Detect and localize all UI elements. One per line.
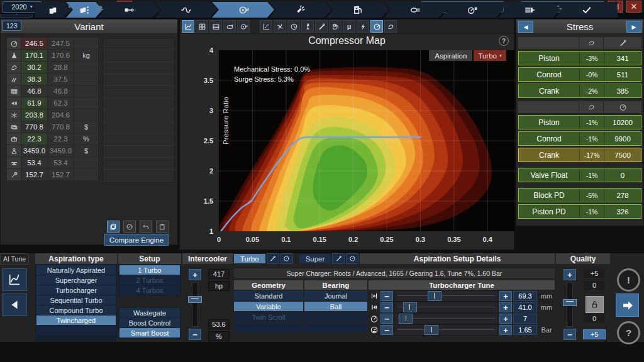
intercooler-plus-button[interactable]: + — [189, 269, 201, 280]
list-item-ball[interactable]: Ball — [304, 302, 367, 311]
help-icon[interactable]: ? — [499, 36, 509, 46]
super-tools-button[interactable] — [332, 253, 345, 264]
tab-super[interactable]: Super — [299, 254, 331, 263]
nav-step-exhaust[interactable] — [384, 2, 446, 18]
super-dial-button[interactable] — [346, 253, 358, 264]
compressor-plus-button[interactable]: + — [499, 291, 512, 301]
toolbar-mu-button[interactable]: μ — [343, 20, 355, 33]
stress-row-block-pd[interactable]: Block PD -5% 278 — [518, 188, 641, 202]
stress-row-crank-rpm[interactable]: Crank -17% 7500 — [518, 148, 641, 162]
list-item-standard[interactable]: Standard — [234, 291, 303, 300]
list-item-wastegate[interactable]: Wastegate — [119, 308, 180, 317]
help-button[interactable]: ? — [617, 321, 640, 344]
toolbar-fuel-pump-button[interactable] — [329, 20, 341, 33]
toolbar-tools-button[interactable] — [315, 20, 328, 33]
toolbar-economy-button[interactable] — [384, 20, 397, 33]
list-item-2-turbos[interactable]: 2 Turbos — [119, 275, 180, 285]
toolbar-line-chart-button[interactable] — [182, 20, 194, 33]
list-item-variable[interactable]: Variable — [234, 302, 303, 311]
list-item-4-turbos[interactable]: 4 Turbos — [119, 285, 180, 295]
slider-handle[interactable] — [403, 302, 417, 312]
stress-row-piston-rpm[interactable]: Piston -1% 10200 — [518, 115, 641, 129]
list-item-journal[interactable]: Journal — [304, 291, 367, 300]
warnings-button[interactable]: ! — [617, 268, 640, 292]
next-step-button[interactable] — [616, 293, 639, 317]
intercooler-slider[interactable] — [192, 282, 198, 327]
toolbar-clock-button[interactable] — [287, 20, 300, 33]
list-item-boost-control[interactable]: Boost Control — [119, 318, 180, 327]
slider-handle[interactable] — [428, 291, 441, 301]
boost-limit-slider[interactable] — [394, 324, 498, 336]
list-item-smart-boost[interactable]: Smart Boost — [119, 328, 180, 337]
turbine-plus-button[interactable]: + — [499, 302, 512, 312]
next-page-button[interactable]: ▶ — [626, 21, 641, 33]
ar-ratio-minus-button[interactable]: − — [380, 314, 393, 324]
ai-tune-graph-button[interactable] — [2, 268, 27, 291]
toolbar-rpm-gauge-button[interactable] — [370, 20, 383, 33]
stress-row-crank[interactable]: Crank -2% 385 — [518, 84, 641, 98]
toolbar-turbo-button[interactable] — [237, 20, 250, 33]
nav-step-fuel-spray[interactable] — [269, 2, 331, 18]
turbo-dial-button[interactable] — [280, 253, 293, 264]
quality-minus-button[interactable]: − — [564, 329, 576, 340]
prev-page-button[interactable]: ◀ — [518, 21, 533, 33]
numbers-toggle-button[interactable]: 123 — [3, 21, 21, 31]
list-item-turbocharger[interactable]: Turbocharger — [36, 285, 116, 295]
compare-engine-button[interactable]: Compare Engine — [104, 234, 169, 246]
boost-minus-button[interactable]: − — [380, 325, 393, 335]
aspiration-dropdown[interactable]: Turbo ▾ — [474, 50, 506, 61]
stress-row-piston-pd[interactable]: Piston PD -1% 326 — [518, 204, 641, 219]
turbo-tools-button[interactable] — [267, 253, 279, 264]
discard-button[interactable] — [123, 221, 136, 233]
quality-plus-button[interactable]: + — [564, 269, 576, 280]
toolbar-table-view-button[interactable] — [209, 20, 222, 33]
list-item-sequential-turbo[interactable]: Sequential Turbo — [36, 295, 116, 305]
nav-step-engine[interactable] — [35, 2, 71, 18]
stress-row-conrod[interactable]: Conrod -0% 511 — [518, 67, 641, 82]
compressor-minus-button[interactable]: − — [380, 291, 393, 301]
boost-plus-button[interactable]: + — [499, 325, 512, 335]
stress-row-piston[interactable]: Piston -3% 341 — [518, 51, 641, 65]
nav-step-check[interactable] — [555, 2, 618, 18]
list-item-1-turbo[interactable]: 1 Turbo — [119, 265, 180, 275]
stress-row-valve-float[interactable]: Valve Float -1% 0 — [518, 168, 641, 182]
nav-step-dyno[interactable] — [498, 2, 560, 18]
toolbar-quad-view-button[interactable] — [196, 20, 208, 33]
turbine-minus-button[interactable]: − — [380, 302, 393, 312]
toolbar-scatter-button[interactable] — [260, 20, 272, 33]
list-item-supercharger[interactable]: Supercharger — [36, 275, 116, 285]
quality-lock-button[interactable] — [586, 296, 604, 313]
nav-step-fuel-pump[interactable] — [326, 2, 389, 18]
back-button[interactable] — [2, 293, 27, 316]
car-icon[interactable] — [161, 21, 174, 31]
quality-max-value2: +5 — [583, 329, 606, 339]
turbine-size-slider[interactable] — [394, 302, 498, 313]
toolbar-fan-button[interactable] — [274, 20, 286, 33]
list-item-compound-turbo[interactable]: Compound Turbo — [36, 305, 116, 315]
nav-step-test-gauge[interactable] — [441, 2, 503, 18]
toolbar-spark-button[interactable] — [357, 20, 369, 33]
slider-handle[interactable] — [399, 314, 413, 324]
nav-step-crankshaft[interactable] — [155, 2, 217, 18]
ar-ratio-slider[interactable] — [394, 313, 498, 324]
slider-handle[interactable] — [425, 325, 438, 335]
slider-handle[interactable] — [188, 296, 202, 303]
close-button[interactable]: ✕ — [626, 1, 641, 13]
list-item-twincharged[interactable]: Twincharged — [36, 315, 116, 325]
clipboard-button[interactable] — [156, 221, 169, 233]
toolbar-dyno-loop-button[interactable] — [223, 20, 236, 33]
list-item-naturally-aspirated[interactable]: Naturally Aspirated — [36, 265, 116, 275]
list-item-twin-scroll[interactable]: Twin Scroll — [234, 312, 303, 322]
stress-row-conrod-rpm[interactable]: Conrod -1% 9900 — [518, 131, 641, 146]
copy-variant-button[interactable] — [107, 221, 119, 233]
toolbar-spark-plug-button[interactable] — [301, 20, 314, 33]
tab-turbo[interactable]: Turbo — [234, 254, 265, 263]
undo-button[interactable] — [140, 221, 152, 233]
nav-step-turbo[interactable] — [212, 2, 274, 18]
compressor-size-slider[interactable] — [394, 290, 498, 302]
nav-step-piston[interactable] — [97, 2, 160, 18]
intercooler-minus-button[interactable]: − — [189, 329, 201, 340]
ar-ratio-plus-button[interactable]: + — [499, 314, 512, 324]
slider-handle[interactable] — [563, 299, 577, 306]
quality-slider[interactable] — [567, 282, 573, 327]
